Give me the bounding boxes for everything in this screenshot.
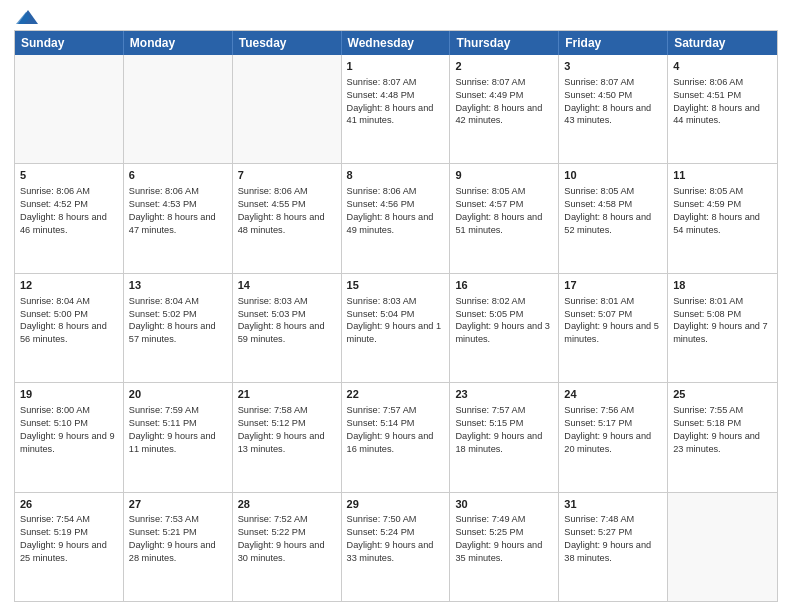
- cell-details: Sunrise: 7:58 AM Sunset: 5:12 PM Dayligh…: [238, 404, 336, 456]
- cal-cell: 14Sunrise: 8:03 AM Sunset: 5:03 PM Dayli…: [233, 274, 342, 382]
- day-header-wednesday: Wednesday: [342, 31, 451, 55]
- cell-details: Sunrise: 7:56 AM Sunset: 5:17 PM Dayligh…: [564, 404, 662, 456]
- cell-details: Sunrise: 8:05 AM Sunset: 4:59 PM Dayligh…: [673, 185, 772, 237]
- cal-cell: 3Sunrise: 8:07 AM Sunset: 4:50 PM Daylig…: [559, 55, 668, 163]
- cell-details: Sunrise: 8:03 AM Sunset: 5:03 PM Dayligh…: [238, 295, 336, 347]
- cal-cell: 10Sunrise: 8:05 AM Sunset: 4:58 PM Dayli…: [559, 164, 668, 272]
- day-header-friday: Friday: [559, 31, 668, 55]
- cal-cell: 15Sunrise: 8:03 AM Sunset: 5:04 PM Dayli…: [342, 274, 451, 382]
- day-number: 25: [673, 387, 772, 402]
- day-number: 31: [564, 497, 662, 512]
- day-number: 18: [673, 278, 772, 293]
- cal-cell: 29Sunrise: 7:50 AM Sunset: 5:24 PM Dayli…: [342, 493, 451, 601]
- cal-cell: 18Sunrise: 8:01 AM Sunset: 5:08 PM Dayli…: [668, 274, 777, 382]
- day-number: 3: [564, 59, 662, 74]
- cell-details: Sunrise: 7:59 AM Sunset: 5:11 PM Dayligh…: [129, 404, 227, 456]
- day-number: 12: [20, 278, 118, 293]
- cell-details: Sunrise: 8:06 AM Sunset: 4:56 PM Dayligh…: [347, 185, 445, 237]
- cal-cell: 2Sunrise: 8:07 AM Sunset: 4:49 PM Daylig…: [450, 55, 559, 163]
- cal-cell: 9Sunrise: 8:05 AM Sunset: 4:57 PM Daylig…: [450, 164, 559, 272]
- cal-cell: [124, 55, 233, 163]
- day-header-tuesday: Tuesday: [233, 31, 342, 55]
- cell-details: Sunrise: 8:02 AM Sunset: 5:05 PM Dayligh…: [455, 295, 553, 347]
- day-number: 17: [564, 278, 662, 293]
- day-number: 24: [564, 387, 662, 402]
- day-number: 5: [20, 168, 118, 183]
- cal-cell: [15, 55, 124, 163]
- cell-details: Sunrise: 7:55 AM Sunset: 5:18 PM Dayligh…: [673, 404, 772, 456]
- cal-cell: 22Sunrise: 7:57 AM Sunset: 5:14 PM Dayli…: [342, 383, 451, 491]
- cell-details: Sunrise: 8:00 AM Sunset: 5:10 PM Dayligh…: [20, 404, 118, 456]
- cell-details: Sunrise: 8:07 AM Sunset: 4:50 PM Dayligh…: [564, 76, 662, 128]
- cal-cell: 12Sunrise: 8:04 AM Sunset: 5:00 PM Dayli…: [15, 274, 124, 382]
- cell-details: Sunrise: 7:53 AM Sunset: 5:21 PM Dayligh…: [129, 513, 227, 565]
- cell-details: Sunrise: 8:05 AM Sunset: 4:57 PM Dayligh…: [455, 185, 553, 237]
- day-header-sunday: Sunday: [15, 31, 124, 55]
- cell-details: Sunrise: 8:06 AM Sunset: 4:53 PM Dayligh…: [129, 185, 227, 237]
- day-number: 28: [238, 497, 336, 512]
- cell-details: Sunrise: 7:54 AM Sunset: 5:19 PM Dayligh…: [20, 513, 118, 565]
- day-number: 30: [455, 497, 553, 512]
- cal-cell: 4Sunrise: 8:06 AM Sunset: 4:51 PM Daylig…: [668, 55, 777, 163]
- cell-details: Sunrise: 7:50 AM Sunset: 5:24 PM Dayligh…: [347, 513, 445, 565]
- cell-details: Sunrise: 7:57 AM Sunset: 5:14 PM Dayligh…: [347, 404, 445, 456]
- day-number: 21: [238, 387, 336, 402]
- cal-cell: 1Sunrise: 8:07 AM Sunset: 4:48 PM Daylig…: [342, 55, 451, 163]
- day-number: 9: [455, 168, 553, 183]
- week-row-1: 1Sunrise: 8:07 AM Sunset: 4:48 PM Daylig…: [15, 55, 777, 164]
- cal-cell: 30Sunrise: 7:49 AM Sunset: 5:25 PM Dayli…: [450, 493, 559, 601]
- day-number: 6: [129, 168, 227, 183]
- cal-cell: 20Sunrise: 7:59 AM Sunset: 5:11 PM Dayli…: [124, 383, 233, 491]
- cell-details: Sunrise: 7:52 AM Sunset: 5:22 PM Dayligh…: [238, 513, 336, 565]
- day-number: 10: [564, 168, 662, 183]
- cal-cell: 23Sunrise: 7:57 AM Sunset: 5:15 PM Dayli…: [450, 383, 559, 491]
- day-number: 26: [20, 497, 118, 512]
- day-number: 4: [673, 59, 772, 74]
- cal-cell: 19Sunrise: 8:00 AM Sunset: 5:10 PM Dayli…: [15, 383, 124, 491]
- day-number: 22: [347, 387, 445, 402]
- day-number: 11: [673, 168, 772, 183]
- cal-cell: 5Sunrise: 8:06 AM Sunset: 4:52 PM Daylig…: [15, 164, 124, 272]
- day-number: 7: [238, 168, 336, 183]
- day-number: 13: [129, 278, 227, 293]
- cal-cell: 27Sunrise: 7:53 AM Sunset: 5:21 PM Dayli…: [124, 493, 233, 601]
- cal-cell: 31Sunrise: 7:48 AM Sunset: 5:27 PM Dayli…: [559, 493, 668, 601]
- cell-details: Sunrise: 8:06 AM Sunset: 4:51 PM Dayligh…: [673, 76, 772, 128]
- day-header-thursday: Thursday: [450, 31, 559, 55]
- cal-cell: [233, 55, 342, 163]
- week-row-5: 26Sunrise: 7:54 AM Sunset: 5:19 PM Dayli…: [15, 493, 777, 601]
- cell-details: Sunrise: 8:06 AM Sunset: 4:52 PM Dayligh…: [20, 185, 118, 237]
- day-number: 16: [455, 278, 553, 293]
- day-header-saturday: Saturday: [668, 31, 777, 55]
- day-number: 29: [347, 497, 445, 512]
- cell-details: Sunrise: 8:01 AM Sunset: 5:07 PM Dayligh…: [564, 295, 662, 347]
- day-number: 15: [347, 278, 445, 293]
- cal-cell: 25Sunrise: 7:55 AM Sunset: 5:18 PM Dayli…: [668, 383, 777, 491]
- week-row-4: 19Sunrise: 8:00 AM Sunset: 5:10 PM Dayli…: [15, 383, 777, 492]
- day-header-monday: Monday: [124, 31, 233, 55]
- cell-details: Sunrise: 8:04 AM Sunset: 5:02 PM Dayligh…: [129, 295, 227, 347]
- day-number: 19: [20, 387, 118, 402]
- day-number: 23: [455, 387, 553, 402]
- day-number: 14: [238, 278, 336, 293]
- cal-cell: [668, 493, 777, 601]
- page: SundayMondayTuesdayWednesdayThursdayFrid…: [0, 0, 792, 612]
- logo-icon: [16, 10, 38, 24]
- cal-cell: 26Sunrise: 7:54 AM Sunset: 5:19 PM Dayli…: [15, 493, 124, 601]
- cell-details: Sunrise: 7:49 AM Sunset: 5:25 PM Dayligh…: [455, 513, 553, 565]
- cell-details: Sunrise: 8:05 AM Sunset: 4:58 PM Dayligh…: [564, 185, 662, 237]
- week-row-3: 12Sunrise: 8:04 AM Sunset: 5:00 PM Dayli…: [15, 274, 777, 383]
- cell-details: Sunrise: 8:07 AM Sunset: 4:49 PM Dayligh…: [455, 76, 553, 128]
- cal-cell: 11Sunrise: 8:05 AM Sunset: 4:59 PM Dayli…: [668, 164, 777, 272]
- header: [14, 10, 778, 24]
- cell-details: Sunrise: 8:03 AM Sunset: 5:04 PM Dayligh…: [347, 295, 445, 347]
- cal-cell: 6Sunrise: 8:06 AM Sunset: 4:53 PM Daylig…: [124, 164, 233, 272]
- logo: [14, 10, 38, 24]
- cal-cell: 28Sunrise: 7:52 AM Sunset: 5:22 PM Dayli…: [233, 493, 342, 601]
- cell-details: Sunrise: 8:06 AM Sunset: 4:55 PM Dayligh…: [238, 185, 336, 237]
- cal-cell: 13Sunrise: 8:04 AM Sunset: 5:02 PM Dayli…: [124, 274, 233, 382]
- cell-details: Sunrise: 7:57 AM Sunset: 5:15 PM Dayligh…: [455, 404, 553, 456]
- cal-cell: 7Sunrise: 8:06 AM Sunset: 4:55 PM Daylig…: [233, 164, 342, 272]
- day-number: 2: [455, 59, 553, 74]
- calendar: SundayMondayTuesdayWednesdayThursdayFrid…: [14, 30, 778, 602]
